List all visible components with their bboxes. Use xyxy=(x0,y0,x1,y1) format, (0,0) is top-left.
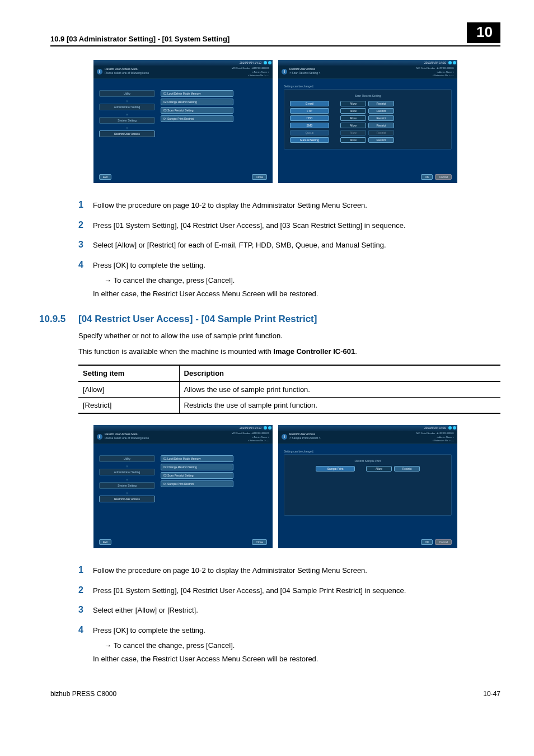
extension-label: < Extension No. > ---- xyxy=(433,74,454,77)
serial-label: M/C Serial Number : A1RF001000001 xyxy=(416,67,454,69)
exit-button[interactable]: Exit xyxy=(99,174,111,180)
row-label-smb: SMB xyxy=(290,123,329,128)
screenshot-sample-print: 2010/04/04 14:10 i Restrict User Access … xyxy=(278,425,457,548)
step-text: Press [01 System Setting], [04 Restrict … xyxy=(93,220,406,231)
restrict-button[interactable]: Restrict xyxy=(394,466,420,472)
menu-change-restrict[interactable]: 02 Change Restrict Setting xyxy=(161,99,233,105)
step-number: 1 xyxy=(78,200,93,211)
steps-group-1: 1Follow the procedure on page 10-2 to di… xyxy=(78,200,500,299)
allow-button[interactable]: Allow xyxy=(340,137,366,143)
step-text: Follow the procedure on page 10-2 to dis… xyxy=(93,200,367,211)
bold-text: Image Controller IC-601 xyxy=(273,347,355,356)
allow-button[interactable]: Allow xyxy=(340,108,366,114)
step-number: 2 xyxy=(78,585,93,596)
table-header-desc: Description xyxy=(179,365,500,381)
row-label-manual: Manual Setting xyxy=(290,137,329,143)
screen-title: Restrict User Access Menu xyxy=(105,67,138,71)
status-icon xyxy=(448,61,452,64)
serial-label: M/C Serial Number : A1RF001000001 xyxy=(232,432,269,435)
help-icon xyxy=(268,61,271,64)
nav-utility[interactable]: Utility xyxy=(99,455,155,462)
table-cell: [Allow] xyxy=(78,381,179,398)
screen-subtitle: < Scan Restrict Setting > xyxy=(289,71,320,74)
menu-change-restrict[interactable]: 02 Change Restrict Setting xyxy=(161,464,233,470)
paragraph: Specify whether or not to allow the use … xyxy=(78,330,500,342)
cancel-button[interactable]: Cancel xyxy=(435,174,452,180)
menu-sample-print-restrict[interactable]: 04 Sample Print Restrict xyxy=(161,115,233,122)
cancel-button[interactable]: Cancel xyxy=(435,539,452,545)
menu-sample-print-restrict[interactable]: 04 Sample Print Restrict xyxy=(161,480,233,487)
sub-step-text: In either case, the Restrict User Access… xyxy=(93,288,318,300)
help-icon xyxy=(453,426,456,430)
screen-title: Restrict User Access xyxy=(289,432,315,436)
close-button[interactable]: Close xyxy=(252,174,267,180)
step-text: Follow the procedure on page 10-2 to dis… xyxy=(93,565,367,576)
chevron-down-icon: ▼ xyxy=(99,479,155,481)
allow-button[interactable]: Allow xyxy=(340,101,366,106)
restrict-button[interactable]: Restrict xyxy=(368,101,394,106)
nav-restrict-user-access[interactable]: Restrict User Access xyxy=(99,130,155,137)
page-number: 10-47 xyxy=(483,690,500,698)
nav-restrict-user-access[interactable]: Restrict User Access xyxy=(99,496,155,502)
chapter-number-box: 10 xyxy=(467,22,500,43)
exit-button[interactable]: Exit xyxy=(99,539,111,545)
row-label-queue: Queue xyxy=(290,130,329,136)
restrict-button[interactable]: Restrict xyxy=(368,137,394,143)
nav-system-setting[interactable]: System Setting xyxy=(99,482,155,489)
screen-title: Restrict User Access xyxy=(289,67,315,71)
table-cell: Allows the use of sample print function. xyxy=(179,381,500,398)
table-cell: [Restrict] xyxy=(78,398,179,414)
step-number: 2 xyxy=(78,220,93,231)
chevron-down-icon: ▼ xyxy=(99,492,155,494)
sub-step-text: To cancel the change, press [Cancel]. xyxy=(104,275,318,286)
restrict-button[interactable]: Restrict xyxy=(368,108,394,114)
nav-admin-setting[interactable]: Administrator Setting xyxy=(99,104,155,110)
screen-subtitle: Please select one of following items xyxy=(105,436,149,440)
extension-label: < Extension No. > ---- xyxy=(248,74,269,77)
sub-step-text: In either case, the Restrict User Access… xyxy=(93,654,318,665)
table-row: [Allow] Allows the use of sample print f… xyxy=(78,381,500,398)
row-label-email: E-mail xyxy=(290,101,329,106)
step-number: 3 xyxy=(78,240,93,251)
allow-button[interactable]: Allow xyxy=(366,466,392,472)
close-button[interactable]: Close xyxy=(252,539,267,545)
screenshot-row-bottom: 2010/04/04 14:10 i Restrict User Access … xyxy=(50,425,500,548)
step-number: 3 xyxy=(78,605,93,616)
info-icon: i xyxy=(282,434,287,440)
admin-name-label: < Admin. Name > xyxy=(252,71,269,73)
row-label-sample-print: Sample Print xyxy=(316,466,355,472)
step-number: 4 xyxy=(78,625,93,665)
allow-button[interactable]: Allow xyxy=(340,123,366,128)
menu-lock-delete[interactable]: 01 Lock/Delete Mode Memory xyxy=(161,455,233,462)
menu-lock-delete[interactable]: 01 Lock/Delete Mode Memory xyxy=(161,90,233,97)
ok-button[interactable]: OK xyxy=(421,174,433,180)
restrict-button[interactable]: Restrict xyxy=(368,115,394,121)
table-header-item: Setting item xyxy=(78,365,179,381)
menu-scan-restrict[interactable]: 03 Scan Restrict Setting xyxy=(161,107,233,114)
restrict-button[interactable]: Restrict xyxy=(368,130,394,136)
status-icon xyxy=(264,426,267,430)
screenshot-menu: 2010/04/04 14:10 i Restrict User Access … xyxy=(93,60,273,183)
nav-system-setting[interactable]: System Setting xyxy=(99,117,155,124)
info-icon: i xyxy=(97,69,102,74)
panel-title: Scan Restrict Setting xyxy=(290,94,446,97)
allow-button[interactable]: Allow xyxy=(340,130,366,136)
timestamp-label: 2010/04/04 14:10 xyxy=(240,426,261,430)
ok-button[interactable]: OK xyxy=(421,539,433,545)
nav-utility[interactable]: Utility xyxy=(99,90,155,97)
admin-name-label: < Admin. Name > xyxy=(252,436,269,438)
section-header: 10.9 [03 Administrator Setting] - [01 Sy… xyxy=(50,35,229,43)
help-icon xyxy=(453,61,456,64)
menu-scan-restrict[interactable]: 03 Scan Restrict Setting xyxy=(161,472,233,479)
nav-admin-setting[interactable]: Administrator Setting xyxy=(99,469,155,475)
allow-button[interactable]: Allow xyxy=(340,115,366,121)
screen-subtitle: < Sample Print Restrict > xyxy=(289,436,321,440)
step-text: Press [01 System Setting], [04 Restrict … xyxy=(93,585,406,596)
status-icon xyxy=(448,426,452,430)
status-icon xyxy=(264,61,267,64)
serial-label: M/C Serial Number : A1RF001000001 xyxy=(232,67,269,69)
section-title: [04 Restrict User Access] - [04 Sample P… xyxy=(78,314,317,325)
restrict-button[interactable]: Restrict xyxy=(368,123,394,128)
extension-label: < Extension No. > ---- xyxy=(248,439,269,442)
screen-title: Restrict User Access Menu xyxy=(105,432,138,436)
